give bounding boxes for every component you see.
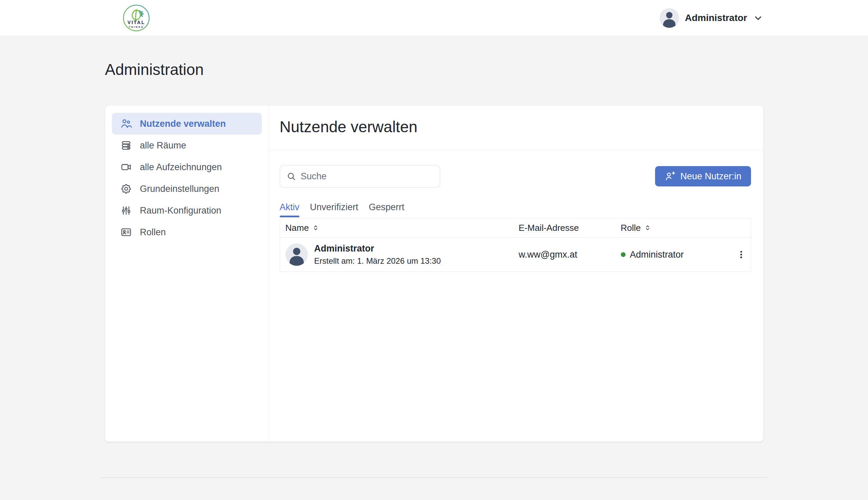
sort-icon <box>312 224 319 231</box>
sidebar-item-label: Nutzende verwalten <box>140 118 226 129</box>
top-bar: VITAL THINGS Administrator <box>0 0 868 36</box>
footer-divider <box>101 477 767 478</box>
sidebar-item-raum-konfiguration[interactable]: Raum-Konfiguration <box>112 200 262 221</box>
sidebar-item-grundeinstellungen[interactable]: Grundeinstellungen <box>112 178 262 200</box>
vital-things-logo[interactable]: VITAL THINGS <box>123 4 150 32</box>
user-avatar <box>660 8 679 28</box>
user-name: Administrator <box>685 13 747 23</box>
column-header-name[interactable]: Name <box>280 223 519 233</box>
new-user-button-label: Neue Nutzer:in <box>680 171 741 182</box>
main-title: Nutzende verwalten <box>280 117 751 136</box>
chevron-down-icon <box>753 13 763 23</box>
row-role: Administrator <box>621 250 732 260</box>
sidebar-item-label: Raum-Konfiguration <box>140 205 222 216</box>
row-user-name: Administrator <box>314 243 441 254</box>
sidebar-item-label: Rollen <box>140 227 166 238</box>
column-header-rolle[interactable]: Rolle <box>621 223 732 233</box>
video-camera-icon <box>120 161 132 173</box>
status-dot <box>621 252 625 257</box>
user-menu[interactable]: Administrator <box>660 8 763 28</box>
admin-sidebar: Nutzende verwalten alle Räume alle Aufze… <box>105 106 269 442</box>
tab-unverifiziert[interactable]: Unverifiziert <box>310 202 358 217</box>
column-header-email: E-Mail-Adresse <box>519 223 621 233</box>
user-cell: Administrator Erstellt am: 1. März 2026 … <box>280 243 519 266</box>
sidebar-item-nutzende-verwalten[interactable]: Nutzende verwalten <box>112 113 262 135</box>
page-title: Administration <box>105 61 763 78</box>
sidebar-item-alle-aufzeichnungen[interactable]: alle Aufzeichnungen <box>112 156 262 178</box>
new-user-button[interactable]: Neue Nutzer:in <box>655 166 751 186</box>
user-name-stack: Administrator Erstellt am: 1. März 2026 … <box>314 243 441 266</box>
row-avatar <box>285 243 308 266</box>
toolbar: Neue Nutzer:in <box>280 165 751 188</box>
search-icon <box>286 171 296 181</box>
id-card-icon <box>120 226 132 238</box>
main-panel: Nutzende verwalten <box>269 106 763 442</box>
row-role-label: Administrator <box>630 250 684 260</box>
sort-icon <box>644 224 651 231</box>
rooms-stack-icon <box>120 140 132 151</box>
logo-leaf-icon <box>132 10 140 20</box>
user-plus-icon <box>665 171 675 182</box>
logo-text-things: THINGS <box>128 26 144 28</box>
sidebar-item-rollen[interactable]: Rollen <box>112 221 262 243</box>
sidebar-item-label: alle Räume <box>140 140 187 151</box>
kebab-menu-icon[interactable] <box>736 249 746 260</box>
table-header-row: Name E-Mail-Adresse Rolle <box>280 218 751 238</box>
sidebar-item-alle-raeume[interactable]: alle Räume <box>112 135 262 156</box>
gear-icon <box>120 183 132 195</box>
users-icon <box>120 118 132 129</box>
search-box[interactable] <box>280 165 440 188</box>
status-tabs: Aktiv Unverifiziert Gesperrt <box>280 202 751 217</box>
main-header: Nutzende verwalten <box>269 106 763 150</box>
sidebar-item-label: alle Aufzeichnungen <box>140 162 222 172</box>
logo-text-vital: VITAL <box>127 20 145 25</box>
users-table: Name E-Mail-Adresse Rolle <box>280 218 751 272</box>
sliders-icon <box>120 205 132 216</box>
search-input[interactable] <box>301 171 434 182</box>
row-email: w.ww@gmx.at <box>519 250 621 260</box>
admin-card: Nutzende verwalten alle Räume alle Aufze… <box>105 106 763 442</box>
tab-gesperrt[interactable]: Gesperrt <box>369 202 405 217</box>
table-row[interactable]: Administrator Erstellt am: 1. März 2026 … <box>280 238 751 272</box>
sidebar-item-label: Grundeinstellungen <box>140 184 219 194</box>
tab-aktiv[interactable]: Aktiv <box>280 202 300 217</box>
row-created-at: Erstellt am: 1. März 2026 um 13:30 <box>314 256 441 266</box>
